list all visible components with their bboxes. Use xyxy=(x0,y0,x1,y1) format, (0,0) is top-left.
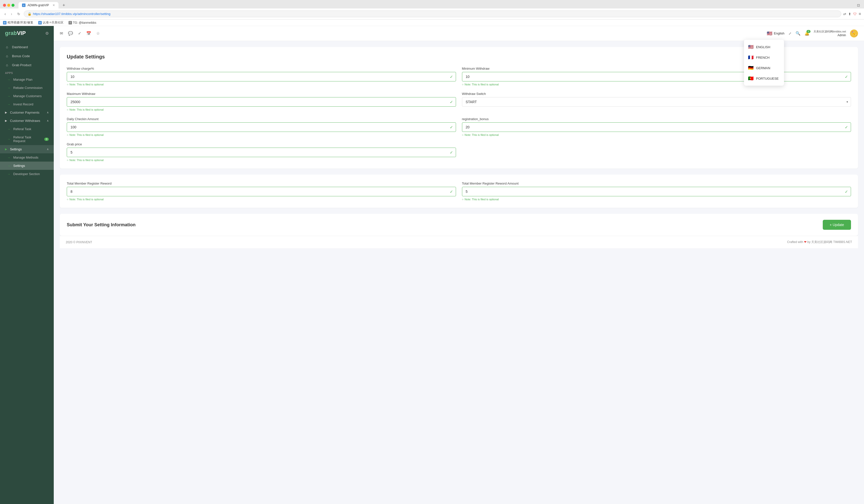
settings-card: Update Settings Withdraw charge% ✓ ○ Not… xyxy=(60,47,858,169)
withdraw-charge-input[interactable] xyxy=(67,72,456,82)
chat-icon[interactable]: 💬 xyxy=(68,31,73,36)
lang-option-german[interactable]: 🇩🇪 GERMAN xyxy=(744,63,784,73)
bookmark-3[interactable]: T TG: @tianmeibbs xyxy=(69,21,96,24)
withdraw-charge-label: Withdraw charge% xyxy=(67,67,456,71)
update-button[interactable]: + Update xyxy=(823,220,851,230)
sidebar-item-label: Manage Methods xyxy=(13,156,38,159)
home-icon: ⌂ xyxy=(5,45,9,49)
star-icon[interactable]: ☆ xyxy=(96,31,100,36)
share-icon[interactable]: ⬆ xyxy=(848,12,851,16)
menu-icon[interactable]: ≡ xyxy=(859,12,861,16)
address-bar[interactable]: 🔒 https://shuadan107.timibbs.vip/adminco… xyxy=(24,11,841,17)
active-tab[interactable]: A ADMIN-grabVIP ✕ xyxy=(19,2,59,9)
search-icon[interactable]: 🔍 xyxy=(795,31,801,36)
play-icon: ▶ xyxy=(5,111,7,114)
translate-icon[interactable]: ⇄ xyxy=(843,12,846,16)
sidebar-item-referral-task-request[interactable]: → Referal Task Request 0 xyxy=(0,133,54,145)
lang-option-portuguese[interactable]: 🇵🇹 PORTUGUESE xyxy=(744,73,784,84)
bookmarks-bar: ⊞ 程序搭建/开发/修复 ⊞ 认准->天美社区 T TG: @tianmeibb… xyxy=(0,20,864,26)
total-member-reword-group: Total Member Register Reword ✓ ○ Note: T… xyxy=(67,182,456,201)
check-icon-7: ✓ xyxy=(450,189,453,194)
sidebar-item-manage-methods[interactable]: → Manage Methods xyxy=(0,153,54,162)
sidebar-item-customer-withdraws[interactable]: ▶ Customer Withdraws ∧ xyxy=(0,116,54,125)
extensions-icon[interactable]: ⊡ xyxy=(856,2,861,8)
withdraw-charge-group: Withdraw charge% ✓ ○ Note: This is filed… xyxy=(67,67,456,86)
total-member-reword-input[interactable] xyxy=(67,187,456,196)
maximum-withdraw-note: ○ Note: This is filed is optional xyxy=(67,108,456,111)
crafted-text: Crafted with ❤ by 天美社区源码网 TIMIBBS.NET xyxy=(787,240,852,244)
chevron-up-icon-settings: ∧ xyxy=(47,148,49,151)
lang-label-french: FRENCH xyxy=(756,56,769,59)
mail-icon[interactable]: ✉ xyxy=(60,31,63,36)
sidebar-item-grab-product[interactable]: ⌂ Grab Product xyxy=(0,60,54,70)
language-selector[interactable]: 🇺🇸 English xyxy=(767,31,784,36)
sidebar-item-manage-customers[interactable]: → Manage Customers xyxy=(0,92,54,100)
registration-bonus-input[interactable] xyxy=(462,122,851,132)
expand-icon[interactable]: ⤢ xyxy=(789,32,792,36)
settings-card-title: Update Settings xyxy=(67,54,851,60)
submit-title: Submit Your Setting Information xyxy=(67,222,135,228)
sidebar-item-label: Referal Task Request xyxy=(13,135,41,143)
sidebar-item-label: Developer Section xyxy=(13,172,40,176)
checkmark-icon[interactable]: ✓ xyxy=(78,31,81,36)
language-dropdown: 🇺🇸 ENGLISH 🇫🇷 FRENCH 🇩🇪 GERMAN 🇵🇹 PORTUG… xyxy=(744,40,784,86)
lang-option-english[interactable]: 🇺🇸 ENGLISH xyxy=(744,42,784,52)
sidebar-item-bonus-code[interactable]: ⌂ Bonus Code xyxy=(0,51,54,60)
sidebar-item-label: Customer Payments xyxy=(10,111,39,114)
note-circle-icon: ○ xyxy=(67,83,69,86)
lang-label-german: GERMAN xyxy=(756,66,770,70)
forward-button[interactable]: › xyxy=(9,11,13,17)
sidebar-item-invest-record[interactable]: → Invest Record xyxy=(0,100,54,108)
grab-price-input[interactable] xyxy=(67,148,456,157)
minimum-withdraw-input[interactable] xyxy=(462,72,851,82)
sidebar-item-manage-plan[interactable]: → Manage Plan xyxy=(0,75,54,84)
daily-checkin-group: Daily Checkin Amount ✓ ○ Note: This is f… xyxy=(67,117,456,136)
sidebar-item-developer-section[interactable]: → Developer Section xyxy=(0,170,54,178)
user-avatar[interactable]: ✏️ xyxy=(850,29,858,37)
sidebar-item-settings[interactable]: → Settings xyxy=(0,162,54,170)
arrow-icon-active: → xyxy=(8,164,10,167)
maximum-withdraw-input[interactable] xyxy=(67,97,456,107)
tab-close-icon[interactable]: ✕ xyxy=(52,3,55,7)
second-settings-card: Total Member Register Reword ✓ ○ Note: T… xyxy=(60,175,858,208)
shield-icon[interactable]: 🛡 xyxy=(853,12,857,16)
heart-icon: ❤ xyxy=(804,240,806,244)
daily-checkin-input[interactable] xyxy=(67,122,456,132)
arrow-icon: → xyxy=(8,95,10,98)
bookmark-1[interactable]: ⊞ 程序搭建/开发/修复 xyxy=(3,21,33,25)
reload-button[interactable]: ↻ xyxy=(16,11,22,17)
check-icon-3: ✓ xyxy=(450,100,453,105)
maximum-withdraw-label: Maximum Withdraw xyxy=(67,92,456,96)
sidebar-item-customer-payments[interactable]: ▶ Customer Payments ∧ xyxy=(0,108,54,116)
footer: 2020 © PIXINVENT Crafted with ❤ by 天美社区源… xyxy=(60,236,858,248)
notification-button[interactable]: 🔔 0 xyxy=(804,31,809,36)
sidebar-item-label: Rebate Commission xyxy=(13,86,43,90)
total-member-reword-note: ○ Note: This is filed is optional xyxy=(67,198,456,201)
sidebar-item-label: Grab Product xyxy=(12,63,31,67)
grab-price-input-wrapper: ✓ xyxy=(67,148,456,157)
new-tab-button[interactable]: + xyxy=(60,3,67,8)
sidebar-item-settings-group[interactable]: ▶ Settings ∧ xyxy=(0,145,54,153)
back-button[interactable]: ‹ xyxy=(3,11,7,17)
withdraw-switch-select-wrapper: START STOP ▾ xyxy=(462,97,851,107)
submit-card: Submit Your Setting Information + Update xyxy=(60,214,858,236)
note-circle-icon-2: ○ xyxy=(462,83,464,86)
bookmark-2[interactable]: ⊞ 认准->天美社区 xyxy=(38,21,63,25)
sidebar-item-rebate-commission[interactable]: → Rebate Commission xyxy=(0,84,54,92)
portuguese-flag-icon: 🇵🇹 xyxy=(748,76,754,81)
sidebar-item-dashboard[interactable]: ⌂ Dashboard xyxy=(0,42,54,51)
sidebar-item-label: Referal Task xyxy=(13,127,31,131)
lang-option-french[interactable]: 🇫🇷 FRENCH xyxy=(744,52,784,63)
minimum-withdraw-note: ○ Note: This is filed is optional xyxy=(462,83,851,86)
total-member-reword-amount-input[interactable] xyxy=(462,187,851,196)
settings-gear-icon[interactable]: ⚙ xyxy=(45,31,49,36)
note-circle-icon-7: ○ xyxy=(67,198,69,201)
grab-price-label: Grab price xyxy=(67,142,456,146)
user-site-name: 天美社区源码网timibbs.net xyxy=(814,30,846,34)
sidebar-item-label: Manage Plan xyxy=(13,78,33,82)
sidebar-item-referral-task[interactable]: → Referal Task xyxy=(0,125,54,133)
calendar-icon[interactable]: 📅 xyxy=(86,31,91,36)
window-controls xyxy=(3,4,14,7)
withdraw-switch-select[interactable]: START STOP xyxy=(462,97,851,107)
note-circle-icon-5: ○ xyxy=(462,133,464,136)
